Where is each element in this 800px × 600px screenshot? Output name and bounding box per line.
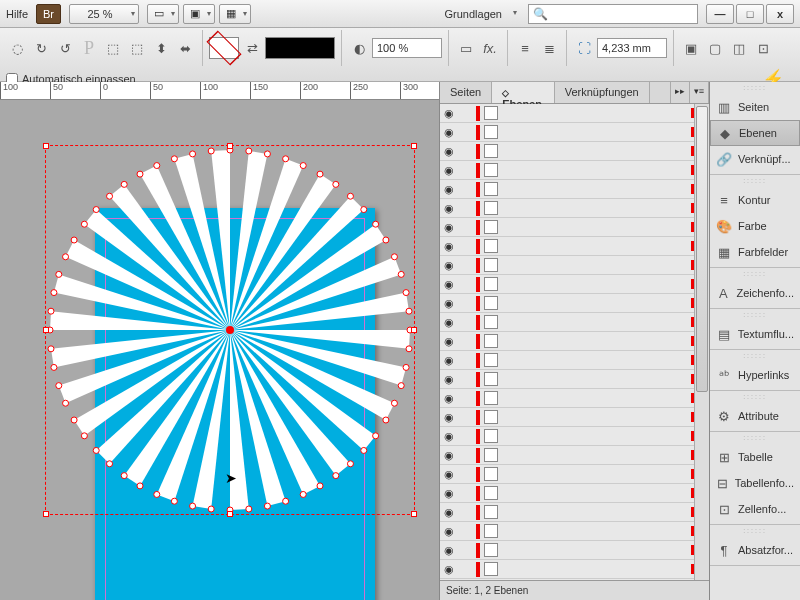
fit-1-icon[interactable]: ▣ (680, 37, 702, 59)
layer-row[interactable]: ◉ (440, 313, 709, 332)
visibility-icon[interactable]: ◉ (442, 468, 456, 481)
visibility-icon[interactable]: ◉ (442, 297, 456, 310)
view-options-3[interactable]: ▦ (219, 4, 251, 24)
layer-row[interactable]: ◉ (440, 560, 709, 579)
visibility-icon[interactable]: ◉ (442, 164, 456, 177)
visibility-icon[interactable]: ◉ (442, 354, 456, 367)
fill-swatch[interactable] (209, 37, 239, 59)
visibility-icon[interactable]: ◉ (442, 126, 456, 139)
layer-row[interactable]: ◉ (440, 389, 709, 408)
stroke-swatch[interactable] (265, 37, 335, 59)
visibility-icon[interactable]: ◉ (442, 487, 456, 500)
selection-handle[interactable] (411, 327, 417, 333)
visibility-icon[interactable]: ◉ (442, 316, 456, 329)
tab-ebenen[interactable]: ◇ Ebenen (492, 82, 555, 103)
layer-row[interactable]: ◉ (440, 199, 709, 218)
panel-seiten[interactable]: ▥Seiten (710, 94, 800, 120)
fx-icon[interactable]: fx. (479, 37, 501, 59)
layer-row[interactable]: ◉ (440, 161, 709, 180)
opacity-field[interactable]: 100 % (372, 38, 442, 58)
selection-handle[interactable] (411, 143, 417, 149)
selection-handle[interactable] (43, 511, 49, 517)
layer-row[interactable]: ◉ (440, 275, 709, 294)
visibility-icon[interactable]: ◉ (442, 278, 456, 291)
panel-tabelle[interactable]: ⊞Tabelle (710, 444, 800, 470)
type-tool-icon[interactable]: P (78, 37, 100, 59)
layer-row[interactable]: ◉ (440, 522, 709, 541)
zoom-dropdown[interactable]: 25 % (69, 4, 139, 24)
visibility-icon[interactable]: ◉ (442, 202, 456, 215)
scrollbar[interactable] (694, 104, 709, 580)
visibility-icon[interactable]: ◉ (442, 430, 456, 443)
tab-verknuepfungen[interactable]: Verknüpfungen (555, 82, 650, 103)
panel-attr[interactable]: ⚙Attribute (710, 403, 800, 429)
panel-absatz[interactable]: ¶Absatzfor... (710, 537, 800, 563)
panel-tabellenf[interactable]: ⊟Tabellenfo... (710, 470, 800, 496)
visibility-icon[interactable]: ◉ (442, 240, 456, 253)
rotate-ccw-icon[interactable]: ↺ (54, 37, 76, 59)
deselect-icon[interactable]: ◌ (6, 37, 28, 59)
layer-row[interactable]: ◉ (440, 484, 709, 503)
close-button[interactable]: x (766, 4, 794, 24)
layer-row[interactable]: ◉ (440, 123, 709, 142)
selection-handle[interactable] (227, 511, 233, 517)
layer-row[interactable]: ◉ (440, 180, 709, 199)
layer-row[interactable]: ◉ (440, 237, 709, 256)
layer-row[interactable]: ◉ (440, 142, 709, 161)
distribute-1-icon[interactable]: ⬍ (150, 37, 172, 59)
help-menu[interactable]: Hilfe (6, 8, 28, 20)
view-options-1[interactable]: ▭ (147, 4, 179, 24)
layer-row[interactable]: ◉ (440, 465, 709, 484)
swap-fill-stroke-icon[interactable]: ⇄ (241, 37, 263, 59)
selection-handle[interactable] (43, 327, 49, 333)
panel-farbf[interactable]: ▦Farbfelder (710, 239, 800, 265)
selection-handle[interactable] (43, 143, 49, 149)
bridge-button[interactable]: Br (36, 4, 61, 24)
visibility-icon[interactable]: ◉ (442, 107, 456, 120)
frame-fit-icon[interactable]: ⛶ (573, 37, 595, 59)
panel-hyper[interactable]: ᵃᵇHyperlinks (710, 362, 800, 388)
visibility-icon[interactable]: ◉ (442, 373, 456, 386)
visibility-icon[interactable]: ◉ (442, 506, 456, 519)
rotate-cw-icon[interactable]: ↻ (30, 37, 52, 59)
panel-collapse-icon[interactable]: ▸▸ (671, 82, 690, 103)
layer-row[interactable]: ◉ (440, 256, 709, 275)
opacity-icon[interactable]: ◐ (348, 37, 370, 59)
layer-row[interactable]: ◉ (440, 427, 709, 446)
search-input[interactable]: 🔍 (528, 4, 698, 24)
minimize-button[interactable]: — (706, 4, 734, 24)
layer-row[interactable]: ◉ (440, 332, 709, 351)
view-options-2[interactable]: ▣ (183, 4, 215, 24)
tab-seiten[interactable]: Seiten (440, 82, 492, 103)
panel-textum[interactable]: ▤Textumflu... (710, 321, 800, 347)
layer-row[interactable]: ◉ (440, 351, 709, 370)
measure-field[interactable]: 4,233 mm (597, 38, 667, 58)
workspace-dropdown[interactable]: Grundlagen (441, 6, 521, 22)
fit-3-icon[interactable]: ◫ (728, 37, 750, 59)
canvas[interactable]: ➤ (0, 100, 439, 600)
layer-row[interactable]: ◉ (440, 218, 709, 237)
distribute-2-icon[interactable]: ⬌ (174, 37, 196, 59)
selection-handle[interactable] (227, 143, 233, 149)
panel-ebenen[interactable]: ◆Ebenen (710, 120, 800, 146)
visibility-icon[interactable]: ◉ (442, 221, 456, 234)
visibility-icon[interactable]: ◉ (442, 563, 456, 576)
layer-row[interactable]: ◉ (440, 541, 709, 560)
panel-kontur[interactable]: ≡Kontur (710, 187, 800, 213)
effects-icon[interactable]: ▭ (455, 37, 477, 59)
selection-handle[interactable] (411, 511, 417, 517)
visibility-icon[interactable]: ◉ (442, 183, 456, 196)
panel-zeichen[interactable]: AZeichenfo... (710, 280, 800, 306)
maximize-button[interactable]: □ (736, 4, 764, 24)
panel-menu-icon[interactable]: ▾≡ (690, 82, 709, 103)
layer-row[interactable]: ◉ (440, 446, 709, 465)
visibility-icon[interactable]: ◉ (442, 449, 456, 462)
visibility-icon[interactable]: ◉ (442, 259, 456, 272)
panel-farbe[interactable]: 🎨Farbe (710, 213, 800, 239)
fit-2-icon[interactable]: ▢ (704, 37, 726, 59)
layer-list[interactable]: ◉◉◉◉◉◉◉◉◉◉◉◉◉◉◉◉◉◉◉◉◉◉◉◉◉ (440, 104, 709, 580)
visibility-icon[interactable]: ◉ (442, 392, 456, 405)
layer-row[interactable]: ◉ (440, 503, 709, 522)
text-wrap-2-icon[interactable]: ≣ (538, 37, 560, 59)
align-1-icon[interactable]: ⬚ (102, 37, 124, 59)
